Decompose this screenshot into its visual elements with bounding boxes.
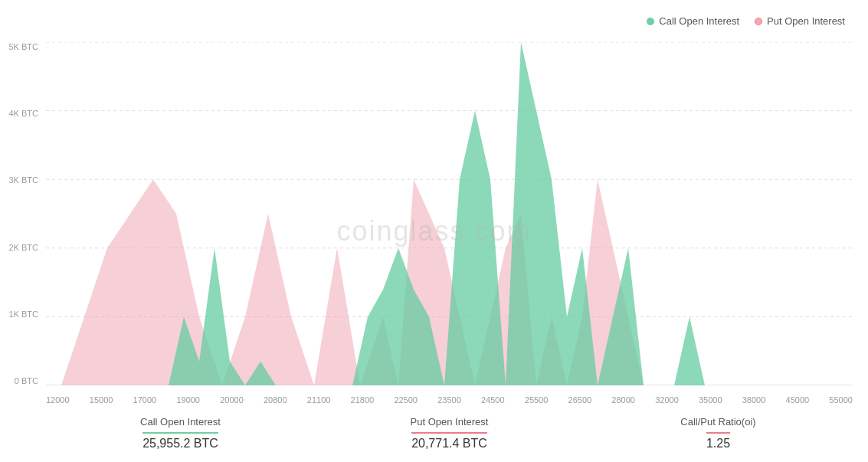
chart-svg [46, 42, 853, 385]
x-label-24500: 24500 [481, 395, 505, 405]
x-label-15000: 15000 [90, 395, 113, 405]
stat-ratio: Call/Put Ratio(oi) 1.25 [584, 416, 853, 451]
x-label-25500: 25500 [525, 395, 549, 405]
stat-put-value: 20,771.4 BTC [411, 432, 487, 451]
x-label-38000: 38000 [742, 395, 766, 405]
x-label-20800: 20800 [264, 395, 287, 405]
y-label-2k: 2K BTC [8, 243, 38, 252]
y-label-4k: 4K BTC [8, 109, 38, 118]
stat-ratio-value: 1.25 [706, 432, 730, 451]
stat-put-label: Put Open Interest [411, 416, 489, 428]
x-label-17000: 17000 [133, 395, 157, 405]
stat-call-interest: Call Open Interest 25,955.2 BTC [46, 416, 315, 451]
y-label-0: 0 BTC [15, 376, 38, 385]
put-dot-icon [755, 18, 762, 25]
x-label-20000: 20000 [220, 395, 244, 405]
x-label-28000: 28000 [611, 395, 635, 405]
x-label-19000: 19000 [176, 395, 200, 405]
stat-call-label: Call Open Interest [140, 416, 221, 428]
legend-put: Put Open Interest [755, 15, 845, 27]
stats-bar: Call Open Interest 25,955.2 BTC Put Open… [46, 408, 853, 462]
x-label-32000: 32000 [655, 395, 679, 405]
call-dot-icon [647, 18, 654, 25]
legend-put-label: Put Open Interest [767, 15, 845, 27]
y-label-1k: 1K BTC [8, 310, 38, 319]
x-label-23500: 23500 [437, 395, 461, 405]
x-label-26500: 26500 [568, 395, 592, 405]
stat-ratio-label: Call/Put Ratio(oi) [680, 416, 755, 428]
x-label-22500: 22500 [394, 395, 418, 405]
x-label-21800: 21800 [351, 395, 375, 405]
x-label-12000: 12000 [46, 395, 70, 405]
stat-call-value: 25,955.2 BTC [142, 432, 218, 451]
x-label-21100: 21100 [307, 395, 331, 405]
y-axis: 5K BTC 4K BTC 3K BTC 2K BTC 1K BTC 0 BTC [0, 42, 44, 385]
y-label-5k: 5K BTC [8, 42, 38, 51]
chart-container: Call Open Interest Put Open Interest 5K … [0, 0, 868, 462]
stat-put-interest: Put Open Interest 20,771.4 BTC [315, 416, 584, 451]
x-axis: 12000 15000 17000 19000 20000 20800 2110… [46, 395, 853, 405]
legend-call-label: Call Open Interest [659, 15, 739, 27]
x-label-35000: 35000 [699, 395, 722, 405]
chart-legend: Call Open Interest Put Open Interest [647, 15, 845, 27]
legend-call: Call Open Interest [647, 15, 739, 27]
x-label-55000: 55000 [829, 395, 853, 405]
y-label-3k: 3K BTC [8, 175, 38, 185]
x-label-45000: 45000 [786, 395, 810, 405]
